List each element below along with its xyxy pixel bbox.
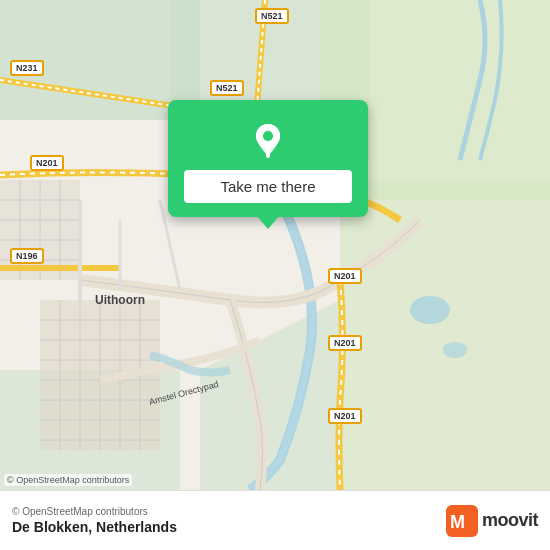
location-pin-icon (248, 120, 288, 160)
uithoorn-label: Uithoorn (95, 293, 145, 307)
location-name: De Blokken, Netherlands (12, 519, 177, 535)
moovit-icon: M (446, 505, 478, 537)
moovit-logo: M moovit (446, 505, 538, 537)
road-badge-n201-left: N201 (30, 155, 64, 171)
road-badge-n201-bot2: N201 (328, 408, 362, 424)
road-badge-n231: N231 (10, 60, 44, 76)
road-badge-n201-bot1: N201 (328, 335, 362, 351)
svg-point-36 (410, 296, 450, 324)
svg-rect-4 (340, 180, 550, 490)
moovit-text: moovit (482, 510, 538, 531)
map-container: N521 N231 N201 N201 N521 N196 N201 N201 … (0, 0, 550, 490)
svg-point-40 (263, 131, 273, 141)
svg-point-37 (443, 342, 467, 358)
map-attribution: © OpenStreetMap contributors (4, 474, 132, 486)
footer-bar: © OpenStreetMap contributors De Blokken,… (0, 490, 550, 550)
take-me-there-button[interactable]: Take me there (184, 170, 352, 203)
footer-info: © OpenStreetMap contributors De Blokken,… (12, 506, 177, 535)
road-badge-n201-right: N201 (328, 268, 362, 284)
copyright-text: © OpenStreetMap contributors (12, 506, 177, 517)
road-badge-n521-mid: N521 (210, 80, 244, 96)
road-badge-n521-top: N521 (255, 8, 289, 24)
road-badge-n196: N196 (10, 248, 44, 264)
svg-text:M: M (450, 512, 465, 532)
popup-card: Take me there (168, 100, 368, 217)
